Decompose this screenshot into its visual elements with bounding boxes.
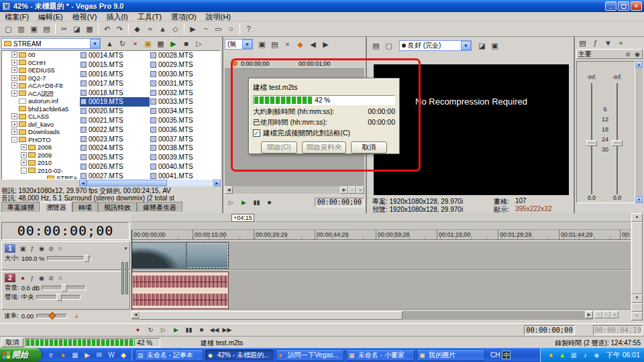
tree-twisty-icon[interactable]: - [11,137,17,143]
fader-handle[interactable] [612,140,623,146]
lock-envelopes-icon[interactable]: ▲ [156,23,169,35]
start-button[interactable]: 開始 [0,348,42,362]
mute-icon[interactable]: ⊘ [46,244,56,253]
track-size-slider[interactable] [47,256,91,261]
selection-edit-tool-icon[interactable]: ▭ [212,23,225,35]
delete-icon[interactable]: × [129,38,142,50]
quick-launch-word-icon[interactable]: W [106,350,117,361]
open-button[interactable]: 開啟(O) [261,141,297,154]
menu-item[interactable]: 插入(I) [101,12,132,21]
menu-item[interactable]: 工具(T) [133,12,166,21]
file-item[interactable]: 00042.MTS [219,51,221,60]
status-cancel-button[interactable]: 取消 [1,338,23,347]
file-item[interactable]: 00048.MTS [219,107,221,116]
refresh-icon[interactable]: ↻ [116,38,129,50]
file-item[interactable]: 00026.MTS [80,162,150,172]
rate-scrubber[interactable] [36,314,67,318]
tree-twisty-icon[interactable]: + [21,152,27,158]
scroll-up-icon[interactable]: ▲ [631,213,643,222]
pause-button[interactable]: ▮▮ [250,198,263,208]
automation-settings-icon[interactable]: ◉ [37,244,46,253]
normal-edit-tool-icon[interactable]: ▶ [186,23,199,35]
mixer-vscrollbar[interactable]: ▲ ▼ [635,61,643,203]
ignore-event-grouping-icon[interactable]: ◇ [169,23,182,35]
track-zoom-in-icon[interactable]: + [631,312,643,320]
taskbar-task-button[interactable]: ● 請問一下Vegas... [276,349,344,361]
track-volume-slider[interactable] [42,286,86,290]
loop-playback-button[interactable]: ↻ [144,325,157,335]
file-item[interactable]: 00017.MTS [80,78,150,88]
undo-icon[interactable]: ↶ [101,23,113,35]
rate-scrubber-handle[interactable] [48,312,56,319]
zoom-out-icon[interactable]: − [602,311,610,318]
zoom-edit-tool-icon[interactable]: ○ [594,311,602,318]
tree-item[interactable]: + 00 [2,51,78,59]
file-item[interactable]: 00031.MTS [150,78,219,88]
tree-item[interactable]: - PHOTO [2,136,78,144]
play-from-start-button[interactable]: ▷ [157,325,170,335]
new-folder-icon[interactable]: ▣ [142,38,154,50]
pause-button[interactable]: ▮▮ [182,325,195,335]
track-fx-icon[interactable]: ƒ [28,244,37,253]
tree-twisty-icon[interactable]: + [11,52,17,58]
file-item[interactable]: 00015.MTS [80,60,150,70]
zoom-in-icon[interactable]: + [610,311,619,318]
scrollbar-thumb[interactable] [631,222,643,294]
tree-twisty-icon[interactable]: - [21,168,27,174]
auto-ripple-icon[interactable]: ≈ [144,23,156,35]
zoom-in-icon[interactable]: + [356,186,364,194]
mute-icon[interactable]: ⊘ [623,50,633,58]
quick-launch-vegas-icon[interactable]: ◆ [118,350,129,361]
tree-item[interactable]: + ACA+D8-F8 [2,82,78,90]
docking-tab[interactable]: 視訊特效 [98,202,137,212]
tree-item[interactable]: + del_kavo [2,121,78,129]
menu-item[interactable]: 編輯(E) [34,12,68,21]
marker-bar[interactable] [131,213,631,222]
trimmer-ruler[interactable]: 0:00:00;00 00:00:01;00 [225,59,364,69]
audio-track-lane[interactable] [131,271,631,310]
menu-item[interactable]: 檢視(V) [68,12,102,21]
tree-twisty-icon[interactable]: + [11,121,17,127]
track-pan-slider[interactable] [36,295,80,300]
redo-icon[interactable]: ↷ [113,23,126,35]
arm-record-icon[interactable]: ● [18,274,28,282]
file-item[interactable]: 00044.MTS [219,70,221,79]
master-fader-right[interactable]: -Inf. 0.0 [609,62,625,202]
file-item[interactable]: 00025.MTS [80,153,150,162]
save-snapshot-icon[interactable]: ▣ [488,40,501,52]
project-properties-icon[interactable]: ▤ [40,23,53,35]
dialog-cancel-button[interactable]: 取消 [351,141,387,154]
tree-item[interactable]: + 0Q2-7 [2,74,78,82]
docking-tab[interactable]: 瀏覽器 [40,202,72,212]
mixer-add-icon[interactable]: + [614,37,627,49]
stop-button[interactable]: ■ [195,325,208,335]
tree-twisty-icon[interactable]: + [11,129,17,135]
file-item[interactable]: 00033.MTS [150,97,219,107]
file-item[interactable]: 00046.MTS [219,88,221,97]
tree-item[interactable]: + ACA認證 [2,90,78,98]
scroll-right-icon[interactable]: ▶ [585,311,593,318]
cd-layout-bar[interactable] [131,222,631,230]
tree-item[interactable]: + 2008 [2,143,78,152]
track-number-badge[interactable]: 2 [5,274,15,282]
copy-snapshot-icon[interactable]: ◪ [476,40,488,52]
file-item[interactable]: 00024.MTS [80,143,150,153]
stop-button[interactable]: ■ [263,198,276,208]
file-item[interactable]: 00034.MTS [150,107,219,116]
chevron-down-icon[interactable]: ▼ [90,39,100,48]
file-item[interactable]: 00016.MTS [80,70,150,79]
tree-item[interactable]: + 2010 [2,159,78,167]
views-icon[interactable]: ▦ [154,38,167,50]
tree-twisty-icon[interactable]: + [11,75,17,81]
taskbar-task-button[interactable]: ▦ 未命名 - 小畫家 [346,349,415,361]
cursor-position-timecode[interactable]: 00:00:00;00 [524,325,575,335]
tray-network-icon[interactable]: ◆ [592,350,602,360]
edit-cursor[interactable] [131,230,132,310]
timeline-big-timecode[interactable]: 00:00:00;00 [1,222,129,240]
file-item[interactable]: 00040.MTS [150,162,219,172]
external-monitor-icon[interactable]: ▢ [382,40,395,52]
scroll-right-icon[interactable]: ▶ [213,180,221,186]
audio-event-clip[interactable] [131,272,229,309]
slider-thumb[interactable] [84,255,89,262]
chevron-down-icon[interactable]: ▼ [123,246,128,251]
